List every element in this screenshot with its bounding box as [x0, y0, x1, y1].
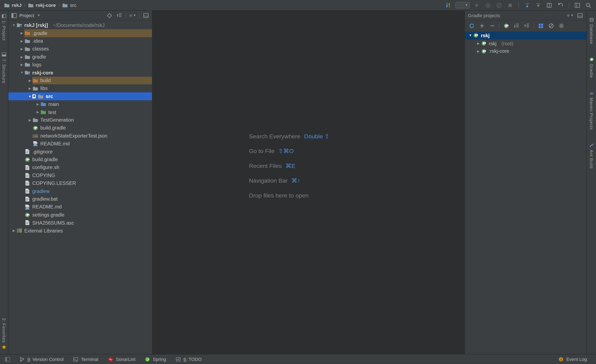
project-tree-row[interactable]: ▶test	[8, 108, 152, 116]
toolwindow-button-ant-build[interactable]: Ant Build	[589, 143, 594, 168]
search-everywhere-button[interactable]	[585, 1, 592, 9]
statusbar-6-todo[interactable]: 6: TODO	[175, 356, 201, 362]
chevron-right-icon[interactable]: ▶	[35, 110, 40, 114]
chevron-right-icon[interactable]: ▶	[19, 39, 24, 43]
toolwindow-button-1-project[interactable]: 1: Project	[1, 14, 7, 41]
breadcrumb-item[interactable]: rskJ	[4, 2, 22, 8]
gradle-refresh-all-button[interactable]	[468, 22, 475, 29]
profile-button[interactable]	[495, 1, 503, 9]
project-tree-row[interactable]: ▶logs	[8, 61, 152, 69]
run-with-coverage-button[interactable]	[484, 1, 492, 9]
project-tree-row[interactable]: MDREADME.md	[8, 140, 152, 148]
gradle-expand-all-button[interactable]	[513, 22, 520, 29]
gradle-group-modules-button[interactable]	[537, 22, 544, 29]
main-toolbar: ▼VCSVCS	[444, 1, 592, 9]
chevron-right-icon[interactable]: ▶	[35, 102, 40, 106]
chevron-right-icon[interactable]: ▶	[19, 47, 24, 51]
commit-changes-button[interactable]: VCS	[534, 1, 542, 9]
statusbar-spring[interactable]: Spring	[144, 356, 166, 362]
gradle-hide-button[interactable]	[577, 12, 583, 19]
project-tree-row[interactable]: JSONnetworkStateExporterTest.json	[8, 132, 152, 140]
breadcrumb-item[interactable]: src	[62, 2, 76, 8]
project-settings-button[interactable]: ▼	[129, 12, 136, 19]
run-configurations-selector[interactable]: ▼	[455, 2, 470, 8]
folder-icon	[32, 85, 38, 91]
project-tree-row[interactable]: ▼rskJ [rskj]~/Documents/code/rskJ	[8, 21, 152, 29]
folder-icon	[24, 62, 30, 68]
project-tree-row[interactable]: ▶gradle	[8, 53, 152, 61]
toolwindow-button-favorites[interactable]: 2: Favorites	[1, 318, 7, 349]
project-tree-row[interactable]: ▶main	[8, 100, 152, 108]
stop-button[interactable]	[507, 1, 514, 9]
gradle-detach-gradle-project-button[interactable]	[489, 22, 496, 29]
statusbar-sonarlint[interactable]: SonarLint	[107, 356, 135, 362]
project-tree-row[interactable]: ▶External Libraries	[8, 227, 152, 234]
project-tree-row[interactable]: ▶TestGeneration	[8, 116, 152, 124]
gradle-tree-row[interactable]: ▶rskj(root)	[465, 39, 587, 47]
project-tree-row[interactable]: ▶build	[8, 77, 152, 84]
toolwindow-button-7-structure[interactable]: 7: Structure	[1, 52, 7, 83]
gradle-attach-gradle-project-button[interactable]	[478, 22, 485, 29]
chevron-right-icon[interactable]: ▶	[19, 63, 24, 67]
statusbar-terminal[interactable]: Terminal	[73, 356, 98, 362]
updates-button[interactable]	[444, 1, 452, 9]
chevron-right-icon[interactable]: ▶	[27, 79, 32, 82]
chevron-right-icon[interactable]: ▶	[19, 31, 24, 35]
project-tree-row[interactable]: gradlew	[8, 187, 152, 195]
gradle-collapse-all-button[interactable]	[523, 22, 530, 29]
chevron-right-icon[interactable]: ▶	[27, 87, 32, 90]
project-tree-row[interactable]: ▶.gradle	[8, 29, 152, 37]
chevron-right-icon[interactable]: ▶	[476, 50, 481, 53]
statusbar-label: Event Log	[566, 357, 587, 362]
run-button[interactable]	[473, 1, 481, 9]
statusbar-9-version-control[interactable]: 9: Version Control	[19, 356, 64, 362]
project-tree-row[interactable]: .gitignore	[8, 148, 152, 155]
project-tree-row[interactable]: build.gradle	[8, 124, 152, 132]
chevron-down-icon[interactable]: ▼	[11, 23, 16, 27]
chevron-right-icon[interactable]: ▶	[11, 229, 16, 233]
chevron-right-icon[interactable]: ▶	[27, 118, 32, 122]
project-tree-row[interactable]: MDREADME.md	[8, 203, 152, 211]
project-tree-row[interactable]: ▶.idea	[8, 37, 152, 45]
module-folder-icon	[24, 70, 30, 75]
gradle-settings-button[interactable]: ▼	[567, 12, 574, 19]
chevron-right-icon[interactable]: ▶	[476, 42, 481, 45]
chevron-down-icon: ▼	[571, 14, 574, 17]
project-tree-row[interactable]: configure.sh	[8, 163, 152, 171]
chevron-down-icon[interactable]: ▼	[468, 34, 473, 37]
project-tree-row[interactable]: build.gradle	[8, 155, 152, 163]
revert-button[interactable]	[557, 1, 564, 9]
project-tree-row[interactable]: ▶classes	[8, 45, 152, 53]
project-tree-row[interactable]: settings.gradle	[8, 211, 152, 219]
compare-button[interactable]	[545, 1, 553, 9]
gradle-gradle-settings-button[interactable]	[558, 22, 565, 29]
gradle-tree-row[interactable]: ▶:rskj-core	[465, 47, 587, 55]
gradle-execute-task-button[interactable]	[503, 22, 510, 29]
toolwindow-button-database[interactable]: Database	[589, 17, 594, 44]
shortcut-hint: Navigation Bar⌘↑	[249, 177, 329, 185]
chevron-right-icon[interactable]: ▶	[19, 55, 24, 59]
statusbar-event-log[interactable]: 1Event Log	[558, 356, 587, 362]
project-tree-row[interactable]: ▼rskj-core	[8, 69, 152, 77]
gradle-tree-row[interactable]: ▼rskj	[465, 31, 587, 39]
project-tree-row[interactable]: COPYING.LESSER	[8, 179, 152, 187]
project-tree-row[interactable]: gradlew.bat	[8, 195, 152, 203]
project-tree-row[interactable]: SHA256SUMS.asc	[8, 219, 152, 227]
project-tree-row[interactable]: ▶libs	[8, 84, 152, 92]
update-project-button[interactable]: VCS	[523, 1, 531, 9]
project-tree-row[interactable]: ▼4src	[8, 92, 152, 100]
chevron-down-icon[interactable]: ▼	[19, 71, 24, 74]
project-tree-row[interactable]: COPYING	[8, 171, 152, 179]
breadcrumb-item[interactable]: rskj-core	[28, 2, 56, 8]
toolwindow-switcher-icon[interactable]	[5, 356, 11, 362]
project-locate-button[interactable]	[106, 12, 113, 19]
project-hide-button[interactable]	[142, 12, 149, 19]
project-view-selector[interactable]: Project ▼	[11, 12, 40, 18]
tree-node-content: logs	[24, 61, 45, 69]
gradle-offline-mode-button[interactable]	[548, 22, 555, 29]
manage-windows-button[interactable]	[574, 1, 581, 9]
toolwindow-button-maven-projects[interactable]: mMaven Projects	[589, 91, 594, 130]
chevron-down-icon[interactable]: ▼	[27, 95, 32, 98]
toolwindow-button-gradle[interactable]: Gradle	[589, 57, 594, 78]
project-collapse-all-button[interactable]	[116, 12, 123, 19]
